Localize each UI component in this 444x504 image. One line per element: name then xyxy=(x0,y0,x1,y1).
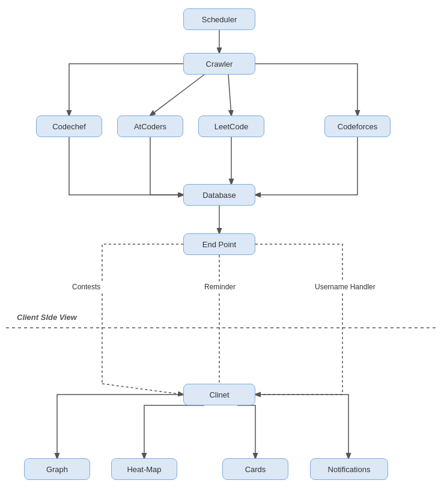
reminder-label: Reminder xyxy=(204,283,236,291)
client-side-label: Client SIde View xyxy=(17,313,77,322)
notifications-node: Notifications xyxy=(310,458,388,480)
svg-line-2 xyxy=(228,75,231,115)
database-node: Database xyxy=(183,184,255,206)
username-handler-label: Username Handler xyxy=(315,283,376,291)
clinet-node: Clinet xyxy=(183,384,255,405)
leetcode-node: LeetCode xyxy=(198,115,264,137)
codechef-node: Codechef xyxy=(36,115,102,137)
svg-line-1 xyxy=(150,75,204,115)
graph-node: Graph xyxy=(24,458,90,480)
codeforces-node: Codeforces xyxy=(324,115,391,137)
scheduler-node: Scheduler xyxy=(183,8,255,30)
contests-label: Contests xyxy=(72,283,100,291)
crawler-node: Crawler xyxy=(183,53,255,75)
diagram-container: Scheduler Crawler Codechef AtCoders Leet… xyxy=(0,0,444,504)
cards-node: Cards xyxy=(222,458,288,480)
atcoders-node: AtCoders xyxy=(117,115,183,137)
heatmap-node: Heat-Map xyxy=(111,458,177,480)
endpoint-node: End Point xyxy=(183,233,255,255)
